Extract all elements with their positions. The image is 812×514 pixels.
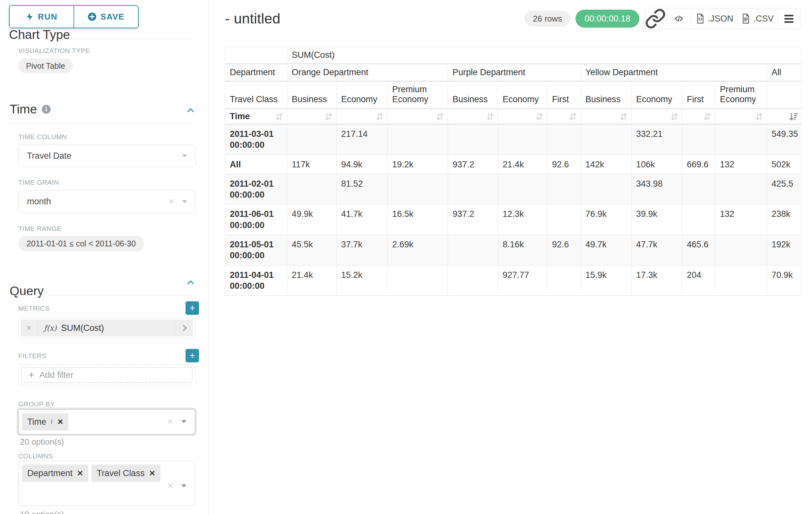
table-row: 2011-04-01 00:00:0021.4k15.2k927.7715.9k… — [225, 266, 802, 296]
caret-down-icon[interactable] — [181, 484, 187, 488]
pivot-value-cell — [548, 205, 581, 235]
sort-column[interactable] — [682, 109, 716, 125]
run-button[interactable]: RUN — [10, 6, 74, 28]
filters-control: + Add filter — [18, 364, 195, 385]
department-column-header: All — [767, 64, 802, 82]
add-metric-button[interactable]: + — [185, 301, 199, 315]
pivot-corner-blank — [225, 47, 287, 64]
pivot-value-cell: 927.77 — [498, 266, 548, 296]
remove-tag-icon[interactable]: ✕ — [77, 469, 83, 478]
chevron-up-icon[interactable] — [185, 105, 196, 115]
caret-down-icon[interactable] — [181, 199, 188, 204]
row-count-badge: 26 rows — [524, 10, 570, 27]
metric-header: SUM(Cost) — [287, 47, 802, 64]
query-actions-bar: RUN SAVE — [0, 0, 208, 28]
add-filter-button[interactable]: + Add filter — [21, 367, 193, 383]
table-row: 2011-06-01 00:00:0049.9k41.7k16.5k937.21… — [225, 205, 802, 235]
clear-icon[interactable]: × — [167, 481, 173, 491]
pivot-value-cell: 19.2k — [388, 155, 448, 174]
caret-down-icon[interactable] — [181, 154, 188, 158]
sort-column[interactable] — [632, 109, 682, 125]
caret-down-icon[interactable] — [181, 419, 187, 424]
pivot-value-cell: 92.6 — [548, 155, 581, 174]
pivot-value-cell — [682, 174, 716, 205]
pivot-value-cell — [716, 235, 767, 266]
pivot-value-cell — [716, 174, 767, 205]
pivot-value-cell: 132 — [716, 155, 767, 174]
sort-arrows-icon — [754, 111, 764, 122]
pivot-value-cell: 465.6 — [682, 235, 716, 266]
chevron-right-icon[interactable] — [176, 320, 193, 336]
sort-column[interactable] — [388, 109, 448, 125]
viz-type-label: VISUALIZATION TYPE — [18, 47, 90, 55]
add-filter-plus-button[interactable]: + — [185, 349, 199, 362]
pivot-value-cell: 937.2 — [448, 205, 498, 235]
travel-class-column-header: Premium Economy — [716, 82, 767, 109]
sort-arrows-icon — [669, 111, 679, 122]
section-chart-type-title: Chart Type — [9, 28, 70, 42]
sort-arrows-icon — [534, 111, 545, 122]
export-json-button[interactable]: .JSON — [691, 8, 737, 29]
department-column-header: Yellow Department — [581, 64, 767, 82]
clear-icon[interactable]: × — [169, 197, 174, 206]
file-code-icon — [696, 13, 705, 24]
pivot-value-cell: 16.5k — [388, 205, 448, 235]
columns-select[interactable]: Department ✕ Travel Class ✕ × — [18, 461, 195, 506]
group-by-options-hint: 20 option(s) — [20, 437, 64, 447]
pivot-value-cell: 94.9k — [337, 155, 388, 174]
time-grain-select[interactable]: month × — [18, 190, 196, 213]
sort-column-time[interactable]: Time — [225, 109, 287, 125]
sort-column[interactable] — [337, 109, 388, 125]
travel-class-column-header: Business — [581, 82, 632, 109]
sort-column[interactable] — [498, 109, 548, 125]
pivot-value-cell — [581, 125, 632, 155]
travel-class-column-header: Economy — [337, 82, 388, 109]
row-dimension-header: Department — [225, 64, 287, 82]
pivot-value-cell: 92.6 — [548, 235, 581, 266]
travel-class-column-header: First — [682, 82, 716, 109]
viz-type-pill[interactable]: Pivot Table — [18, 58, 73, 73]
chart-title[interactable]: - untitled — [225, 10, 281, 27]
time-column-select[interactable]: Travel Date — [18, 144, 196, 167]
pivot-value-cell: 669.6 — [682, 155, 716, 174]
remove-tag-icon[interactable]: ✕ — [57, 417, 63, 426]
metrics-control: × ƒ(x) SUM(Cost) — [18, 317, 195, 339]
pivot-value-cell — [448, 266, 498, 296]
sort-column-all-active[interactable] — [767, 109, 802, 125]
sort-column[interactable] — [716, 109, 767, 125]
pivot-value-cell: 425.5 — [767, 174, 802, 205]
explore-view: Chart Type RUN SAVE VISUALIZATION TYPE P… — [0, 0, 812, 514]
group-by-label: GROUP BY — [18, 400, 55, 408]
share-link-button[interactable] — [645, 8, 666, 29]
remove-metric-icon[interactable]: × — [21, 320, 37, 336]
sort-column[interactable] — [581, 109, 632, 125]
sort-column[interactable] — [287, 109, 337, 125]
time-range-pill[interactable]: 2011-01-01 ≤ col < 2011-06-30 — [18, 236, 144, 251]
code-icon — [673, 14, 684, 23]
pivot-value-cell: 937.2 — [448, 155, 498, 174]
remove-tag-icon[interactable]: ✕ — [149, 469, 155, 478]
pivot-value-cell: 332.21 — [632, 125, 682, 155]
export-csv-button[interactable]: .CSV — [737, 8, 777, 29]
pivot-value-cell: 2.69k — [388, 235, 448, 266]
save-button[interactable]: SAVE — [74, 6, 138, 28]
section-query-title: Query — [10, 284, 44, 298]
pivot-value-cell: 70.9k — [767, 266, 802, 296]
chevron-up-icon[interactable] — [185, 277, 196, 287]
embed-code-button[interactable] — [666, 8, 691, 29]
sort-arrows-icon — [568, 111, 578, 122]
sort-column[interactable] — [448, 109, 498, 125]
plus-icon: + — [29, 370, 34, 380]
sort-arrows-icon — [375, 111, 385, 122]
pivot-value-cell — [581, 174, 632, 205]
group-by-select[interactable]: Time i ✕ × — [18, 409, 195, 434]
chart-area: - untitled 26 rows 00:00:00.18 .JSON .CS… — [208, 0, 812, 514]
clear-icon[interactable]: × — [167, 417, 173, 426]
pivot-value-cell — [448, 125, 498, 155]
sort-column[interactable] — [548, 109, 581, 125]
columns-tag: Travel Class ✕ — [91, 464, 160, 482]
metric-pill[interactable]: × ƒ(x) SUM(Cost) — [21, 320, 193, 336]
menu-button[interactable] — [777, 8, 800, 29]
pivot-value-cell: 21.4k — [498, 155, 548, 174]
row-label: 2011-02-01 00:00:00 — [225, 174, 287, 205]
